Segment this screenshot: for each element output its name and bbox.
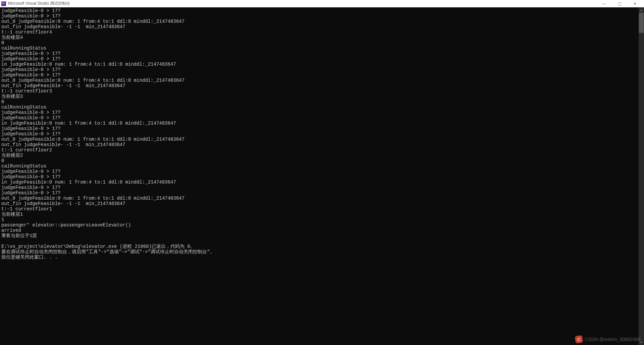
console-output[interactable]: judgeFeasible-0 > 17? judgeFeasible-0 > … xyxy=(0,7,639,345)
scroll-thumb[interactable] xyxy=(639,13,644,33)
csdn-icon: C xyxy=(575,335,583,344)
app-icon xyxy=(1,1,6,6)
watermark-text: CSDN @weixin_50892465 xyxy=(585,337,641,342)
scroll-up-arrow[interactable]: ▲ xyxy=(639,7,644,13)
window-controls: — ▢ ✕ xyxy=(596,0,643,7)
maximize-button[interactable]: ▢ xyxy=(612,0,627,7)
vertical-scrollbar[interactable]: ▲ ▼ xyxy=(639,7,644,345)
window-title: Microsoft Visual Studio 调试控制台 xyxy=(8,1,596,6)
scroll-track[interactable] xyxy=(639,13,644,340)
minimize-button[interactable]: — xyxy=(596,0,612,7)
close-button[interactable]: ✕ xyxy=(627,0,643,7)
window-titlebar: Microsoft Visual Studio 调试控制台 — ▢ ✕ xyxy=(0,0,644,7)
console-wrapper: judgeFeasible-0 > 17? judgeFeasible-0 > … xyxy=(0,7,644,345)
watermark: C CSDN @weixin_50892465 xyxy=(575,336,641,343)
